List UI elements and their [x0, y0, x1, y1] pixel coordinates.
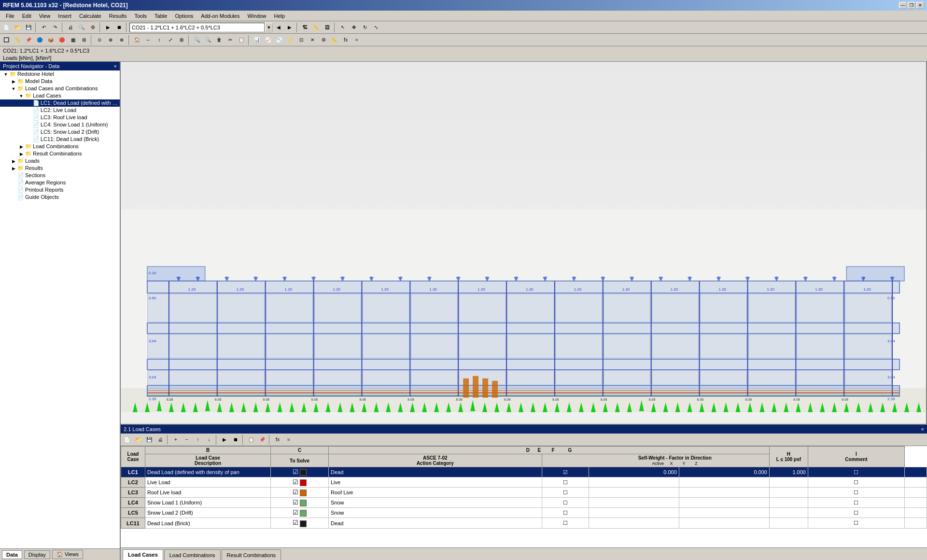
t2-2[interactable]: 📏 [12, 35, 23, 45]
table-row[interactable]: LC3 Roof Live load ☑ Roof Live ☐ ☐ [121, 488, 927, 498]
nav-tab-display[interactable]: Display [24, 550, 50, 559]
cell-solve[interactable]: ☑ [271, 477, 329, 488]
table-row[interactable]: LC4 Snow Load 1 (Uniform) ☑ Snow ☐ ☐ [121, 498, 927, 508]
t2-22[interactable]: 📊 [252, 35, 262, 45]
save-btn[interactable]: 💾 [23, 22, 34, 33]
t2-15[interactable]: ⤢ [165, 35, 176, 45]
tree-item-loads[interactable]: ▶📁Loads [0, 157, 120, 165]
move-btn[interactable]: ✥ [349, 22, 359, 33]
bp-down[interactable]: ↓ [204, 434, 214, 445]
props-btn[interactable]: ⚙ [87, 22, 98, 33]
cell-active[interactable]: ☐ [542, 508, 589, 518]
t2-23[interactable]: 📈 [263, 35, 273, 45]
menu-calculate[interactable]: Calculate [75, 12, 105, 20]
menu-window[interactable]: Window [243, 12, 270, 20]
open-btn[interactable]: 📂 [12, 22, 23, 33]
tree-item-lc4[interactable]: 📄LC4: Snow Load 1 (Uniform) [0, 121, 120, 128]
tree-item-sections[interactable]: 📄Sections [0, 172, 120, 179]
load-case-dropdown[interactable]: CO21 - 1.2*LC1 + 1.6*LC2 + 0.5*LC3 [129, 23, 265, 32]
menu-view[interactable]: View [35, 12, 55, 20]
menu-file[interactable]: File [2, 12, 18, 20]
close-button[interactable]: ✕ [916, 2, 924, 9]
tree-item-redstone[interactable]: ▼📁Redstone Hotel [0, 70, 120, 78]
cell-l100[interactable]: ☐ [808, 477, 904, 488]
t2-16[interactable]: ⊞ [176, 35, 187, 45]
cell-l100[interactable]: ☐ [808, 508, 904, 518]
nav-tab-views[interactable]: 🏠 Views [52, 550, 83, 559]
stop-btn[interactable]: ⏹ [114, 22, 125, 33]
cell-l100[interactable]: ☐ [808, 488, 904, 498]
bp-paste[interactable]: 📌 [257, 434, 267, 445]
zoom-btn[interactable]: 🔍 [76, 22, 87, 33]
render-btn[interactable]: 🖼 [322, 22, 333, 33]
tree-item-results[interactable]: ▶📁Results [0, 165, 120, 172]
tree-item-load-cases-comb[interactable]: ▼📁Load Cases and Combinations [0, 85, 120, 92]
bp-calc[interactable]: ▶ [219, 434, 230, 445]
tree-item-load-cases[interactable]: ▼📁Load Cases [0, 92, 120, 99]
menu-options[interactable]: Options [171, 12, 197, 20]
tree-item-model-data[interactable]: ▶📁Model Data [0, 78, 120, 85]
t2-10[interactable]: ⊗ [105, 35, 116, 45]
bp-open[interactable]: 📂 [133, 434, 143, 445]
table-row[interactable]: LC11 Dead Load (Brick) ☑ Dead ☐ ☐ [121, 518, 927, 528]
t2-7[interactable]: ▦ [68, 35, 78, 45]
tree-item-avg-regions[interactable]: 📄Average Regions [0, 179, 120, 186]
new-btn[interactable]: 📄 [1, 22, 12, 33]
bp-new[interactable]: 📄 [122, 434, 132, 445]
bp-up[interactable]: ↑ [193, 434, 203, 445]
t2-4[interactable]: 🔵 [34, 35, 45, 45]
tree-item-lc1[interactable]: 📄LC1: Dead Load (defined with density of [0, 99, 120, 107]
t2-8[interactable]: ⊞ [79, 35, 89, 45]
t2-13[interactable]: ↔ [143, 35, 154, 45]
t2-24[interactable]: 📉 [274, 35, 284, 45]
table-row[interactable]: LC2 Live Load ☑ Live ☐ ☐ [121, 477, 927, 488]
menu-addon[interactable]: Add-on Modules [197, 12, 243, 20]
t2-28[interactable]: ⚙ [318, 35, 329, 45]
print-btn[interactable]: 🖨 [65, 22, 76, 33]
menu-tools[interactable]: Tools [130, 12, 151, 20]
t2-18[interactable]: 🔍 [203, 35, 213, 45]
menu-table[interactable]: Table [151, 12, 171, 20]
menu-help[interactable]: Help [270, 12, 289, 20]
table-row[interactable]: LC5 Snow Load 2 (Drift) ☑ Snow ☐ ☐ [121, 508, 927, 518]
bp-tilde[interactable]: ≈ [283, 434, 294, 445]
t2-5[interactable]: 📦 [45, 35, 56, 45]
view-2d-btn[interactable]: 📐 [311, 22, 322, 33]
cell-solve[interactable]: ☑ [271, 498, 329, 508]
nav-close-icon[interactable]: × [114, 63, 117, 69]
menu-edit[interactable]: Edit [18, 12, 35, 20]
undo-btn[interactable]: ↶ [39, 22, 49, 33]
cell-solve[interactable]: ☑ [271, 467, 329, 477]
tree-item-lc11[interactable]: 📄LC11: Dead Load (Brick) [0, 136, 120, 143]
cell-solve[interactable]: ☑ [271, 508, 329, 518]
tab-load-combinations[interactable]: Load Combinations [164, 549, 221, 560]
tree-item-result-combos[interactable]: ▶📁Result Combinations [0, 150, 120, 157]
t2-20[interactable]: ✂ [225, 35, 236, 45]
prev-btn[interactable]: ◀ [273, 22, 284, 33]
cell-active[interactable]: ☑ [542, 467, 589, 477]
cell-l100[interactable]: ☐ [808, 467, 904, 477]
bp-print[interactable]: 🖨 [155, 434, 166, 445]
t2-26[interactable]: ⊡ [296, 35, 307, 45]
select-btn[interactable]: ↖ [337, 22, 348, 33]
bottom-panel-close[interactable]: × [921, 426, 924, 432]
bp-add[interactable]: + [170, 434, 181, 445]
dropdown-arrow[interactable]: ▼ [265, 23, 273, 32]
run-btn[interactable]: ▶ [103, 22, 113, 33]
cell-active[interactable]: ☐ [542, 518, 589, 528]
restore-button[interactable]: ❐ [908, 2, 915, 9]
tree-item-lc3[interactable]: 📄LC3: Roof Live load [0, 114, 120, 121]
t2-19[interactable]: 🗑 [214, 35, 225, 45]
t2-29[interactable]: 📐 [329, 35, 340, 45]
cell-active[interactable]: ☐ [542, 488, 589, 498]
nav-tab-data[interactable]: Data [2, 550, 22, 559]
t2-12[interactable]: 🏠 [132, 35, 142, 45]
tree-item-lc5[interactable]: 📄LC5: Snow Load 2 (Drift) [0, 128, 120, 136]
t2-9[interactable]: ⊙ [94, 35, 105, 45]
t2-17[interactable]: 🔍 [192, 35, 202, 45]
t2-6[interactable]: 🔴 [56, 35, 67, 45]
t2-27[interactable]: ✕ [307, 35, 318, 45]
tree-item-guide-objects[interactable]: 📄Guide Objects [0, 194, 120, 201]
next-btn[interactable]: ▶ [284, 22, 295, 33]
scale-btn[interactable]: ⤡ [371, 22, 381, 33]
